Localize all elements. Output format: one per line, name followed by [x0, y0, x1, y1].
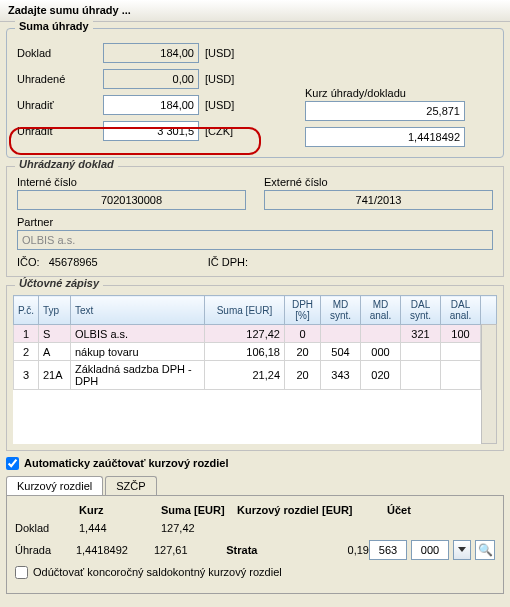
th-typ[interactable]: Typ [38, 296, 70, 325]
kr-doklad-kurz: 1,444 [79, 522, 161, 534]
field-uhradit-usd[interactable] [103, 95, 199, 115]
chevron-down-icon [458, 547, 466, 552]
kr-strata-label: Strata [226, 544, 257, 556]
table-scrollbar[interactable] [481, 324, 497, 444]
table-row [14, 426, 497, 444]
th-scroll [481, 296, 497, 325]
label-uhradit-czk: Uhradiť [17, 125, 103, 137]
window-titlebar: Zadajte sumu úhrady ... [0, 0, 510, 22]
kr-header-ucet: Účet [387, 504, 495, 516]
legend-uctovne-zapisy: Účtovné zápisy [15, 277, 103, 289]
table-row[interactable]: 1SOLBIS a.s.127,420321100 [14, 325, 497, 343]
kr-header-suma: Suma [161, 504, 191, 516]
field-kurz1[interactable] [305, 101, 465, 121]
th-dph[interactable]: DPH [%] [285, 296, 321, 325]
checkbox-oductovat-saldo-label: Odúčtovať koncoročný saldokontný kurzový… [33, 566, 282, 578]
field-partner [17, 230, 493, 250]
checkbox-oductovat-saldo[interactable]: Odúčtovať koncoročný saldokontný kurzový… [15, 566, 495, 579]
kr-ucet-synt[interactable] [369, 540, 407, 560]
kr-uhrada-kurz: 1,4418492 [76, 544, 154, 556]
table-row[interactable]: 2Anákup tovaru106,1820504000 [14, 343, 497, 361]
table-zapisy[interactable]: P.č. Typ Text Suma [EUR] DPH [%] MD synt… [13, 295, 497, 444]
unit-uhradit-usd: [USD] [205, 99, 243, 111]
tabs: Kurzový rozdiel SZČP [6, 476, 504, 495]
unit-doklad: [USD] [205, 47, 243, 59]
kr-ucet-anal[interactable] [411, 540, 449, 560]
kr-uhrada-label: Úhrada [15, 544, 76, 556]
group-uctovne-zapisy: Účtovné zápisy P.č. Typ Text Suma [EUR] … [6, 285, 504, 451]
label-partner: Partner [17, 216, 493, 228]
window-title: Zadajte sumu úhrady ... [8, 4, 131, 16]
table-row [14, 390, 497, 408]
field-kurz2[interactable] [305, 127, 465, 147]
legend-suma-uhrady: Suma úhrady [15, 20, 93, 32]
table-row [14, 408, 497, 426]
kr-header-kr: Kurzový rozdiel [237, 504, 319, 516]
kr-doklad-label: Doklad [15, 522, 79, 534]
checkbox-auto-kurzovy-rozdiel-label: Automaticky zaúčtovať kurzový rozdiel [24, 457, 229, 469]
legend-uhradzany-doklad: Uhrádzaný doklad [15, 158, 118, 170]
unit-uhradene: [USD] [205, 73, 243, 85]
label-uhradit-usd: Uhradiť [17, 99, 103, 111]
label-externe-cislo: Externé číslo [264, 176, 493, 188]
kr-header-suma-eur: [EUR] [194, 504, 225, 516]
kr-strata-value: 0,19 [348, 544, 369, 556]
checkbox-oductovat-saldo-input[interactable] [15, 566, 28, 579]
group-suma-uhrady: Suma úhrady Doklad [USD] Uhradené [USD] … [6, 28, 504, 158]
th-dalanal[interactable]: DAL anal. [441, 296, 481, 325]
group-uhradzany-doklad: Uhrádzaný doklad Interné číslo Externé č… [6, 166, 504, 277]
field-uhradit-czk[interactable] [103, 121, 199, 141]
checkbox-auto-kurzovy-rozdiel[interactable]: Automaticky zaúčtovať kurzový rozdiel [6, 457, 504, 470]
label-interne-cislo: Interné číslo [17, 176, 246, 188]
checkbox-auto-kurzovy-rozdiel-input[interactable] [6, 457, 19, 470]
field-doklad-usd [103, 43, 199, 63]
unit-uhradit-czk: [CZK] [205, 125, 243, 137]
kr-uhrada-suma: 127,61 [154, 544, 226, 556]
th-pc[interactable]: P.č. [14, 296, 39, 325]
th-mdsynt[interactable]: MD synt. [321, 296, 361, 325]
th-dalsynt[interactable]: DAL synt. [401, 296, 441, 325]
tabpanel-kurzovy-rozdiel: Kurz Suma [EUR] Kurzový rozdiel [EUR] Úč… [6, 495, 504, 594]
table-row[interactable]: 321AZákladná sadzba DPH - DPH21,24203430… [14, 361, 497, 390]
tab-szcp[interactable]: SZČP [105, 476, 156, 495]
field-externe-cislo [264, 190, 493, 210]
tab-kurzovy-rozdiel[interactable]: Kurzový rozdiel [6, 476, 103, 495]
label-doklad: Doklad [17, 47, 103, 59]
field-interne-cislo [17, 190, 246, 210]
label-ico: IČO: [17, 256, 40, 268]
search-icon: 🔍 [478, 543, 493, 557]
kr-header-kurz: Kurz [79, 504, 161, 516]
th-suma[interactable]: Suma [EUR] [205, 296, 285, 325]
value-ico: 45678965 [49, 256, 98, 268]
kr-ucet-lookup[interactable]: 🔍 [475, 540, 495, 560]
label-kurz-uhrady: Kurz úhrady/dokladu [305, 87, 493, 99]
field-uhradene-usd [103, 69, 199, 89]
kr-header-kr-eur: [EUR] [322, 504, 353, 516]
th-mdanal[interactable]: MD anal. [361, 296, 401, 325]
label-icdph: IČ DPH: [208, 256, 248, 268]
label-uhradene: Uhradené [17, 73, 103, 85]
kr-ucet-dropdown[interactable] [453, 540, 471, 560]
th-text[interactable]: Text [70, 296, 204, 325]
kr-doklad-suma: 127,42 [161, 522, 237, 534]
